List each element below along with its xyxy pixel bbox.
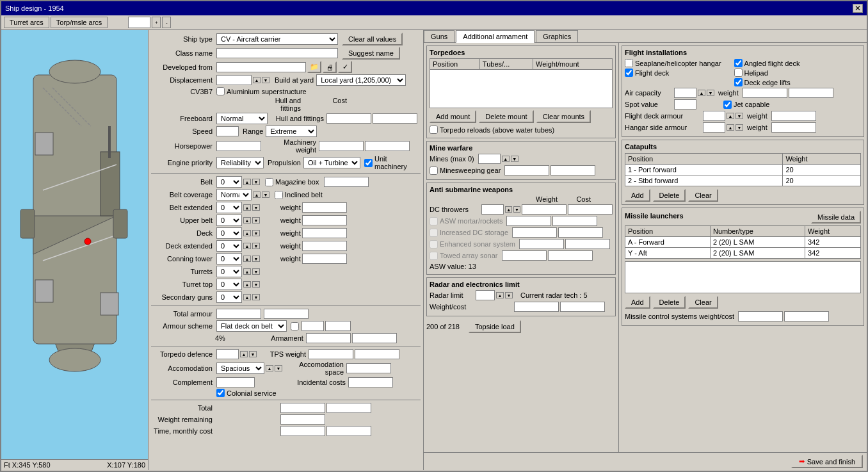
upper-belt-select[interactable]: 0 [216, 215, 242, 226]
torp-arcs-button[interactable]: Torp/msle arcs [51, 17, 108, 28]
aluminium-checkbox[interactable] [216, 87, 225, 95]
developed-from-input[interactable] [216, 62, 306, 72]
flight-deck-label[interactable]: Flight deck [625, 69, 669, 77]
jet-capable-label[interactable]: Jet capable [723, 101, 769, 109]
displacement-input[interactable]: 30000 [216, 75, 252, 85]
minesweeping-label[interactable]: Minesweeping gear [430, 167, 501, 175]
conning-select[interactable]: 0 [216, 253, 242, 264]
tab-guns[interactable]: Guns [424, 30, 454, 42]
delete-mount-button[interactable]: Delete mount [479, 110, 533, 123]
flight-deck-checkbox[interactable] [625, 69, 633, 77]
fda-input[interactable]: 0 [703, 111, 725, 121]
angled-label[interactable]: Angled flight deck [734, 59, 800, 67]
ship-type-select[interactable]: CV - Aircraft carrier [216, 33, 338, 45]
save-finish-button[interactable]: ➡ Save and finish [791, 455, 863, 468]
dc-up[interactable]: ▲ [505, 206, 512, 213]
missile-data-button[interactable]: Missile data [811, 211, 861, 224]
hsa-up[interactable]: ▲ [727, 124, 734, 131]
td-dn[interactable]: ▼ [249, 351, 257, 357]
ac-up[interactable]: ▲ [266, 365, 273, 371]
mis-clear-button[interactable]: Clear [688, 296, 718, 309]
topside-load-button[interactable]: Topside load [469, 320, 521, 333]
magazine-checkbox[interactable] [265, 178, 273, 186]
seaplane-checkbox[interactable] [625, 59, 633, 67]
turret-top-select[interactable]: 0 [216, 279, 242, 290]
torp-reloads-label[interactable]: Torpedo reloads (above water tubes) [430, 126, 554, 134]
angled-checkbox[interactable] [734, 59, 743, 67]
belt-select[interactable]: 0 [216, 176, 242, 188]
engine-select[interactable]: Reliability [216, 157, 264, 168]
turret-arcs-button[interactable]: Turret arcs [4, 17, 49, 28]
arc-plus-button[interactable]: + [152, 17, 161, 28]
mis-add-button[interactable]: Add [625, 296, 650, 309]
tu-dn[interactable]: ▼ [252, 268, 260, 275]
add-mount-button[interactable]: Add mount [430, 110, 476, 123]
propulsion-select[interactable]: Oil + Turbine [303, 157, 360, 168]
colonial-label[interactable]: Colonial service [216, 389, 277, 397]
build-yard-select[interactable]: Local yard (1,205,000) [316, 74, 406, 86]
belt-dn[interactable]: ▼ [252, 179, 260, 185]
be-dn[interactable]: ▼ [252, 204, 260, 211]
armour-scheme-select[interactable]: Flat deck on belt [216, 320, 287, 332]
suggest-name-button[interactable]: Suggest name [342, 47, 400, 60]
de-dn[interactable]: ▼ [252, 243, 260, 249]
bc-dn[interactable]: ▼ [262, 191, 269, 198]
be-up[interactable]: ▲ [243, 204, 251, 211]
ac2-up[interactable]: ▲ [698, 90, 705, 96]
clear-mounts-button[interactable]: Clear mounts [536, 110, 591, 123]
accom-select[interactable]: Spacious [216, 362, 264, 374]
aluminium-checkbox-label[interactable]: Aluminium superstructure [216, 87, 307, 95]
print-button[interactable]: 🖨 [323, 61, 337, 73]
helipad-label[interactable]: Helipad [734, 69, 768, 77]
bc-up[interactable]: ▲ [253, 191, 261, 198]
fda-up[interactable]: ▲ [727, 113, 734, 119]
deck-edge-checkbox[interactable] [734, 78, 743, 86]
hsa-input[interactable]: 0 [703, 122, 725, 133]
rl-up[interactable]: ▲ [496, 292, 504, 298]
speed-input[interactable]: 28 [216, 126, 239, 136]
td-up[interactable]: ▲ [240, 351, 248, 357]
belt-ext-select[interactable]: 0 [216, 202, 242, 213]
increased-dc-label[interactable]: Increased DC storage [430, 229, 508, 237]
torp-reloads-checkbox[interactable] [430, 126, 438, 134]
arc-minus-button[interactable]: - [162, 17, 171, 28]
ac-dn[interactable]: ▼ [275, 365, 282, 371]
ub-up[interactable]: ▲ [243, 217, 251, 224]
check-button[interactable]: ✓ [338, 61, 352, 73]
cat-clear-button[interactable]: Clear [688, 189, 718, 202]
belt-up[interactable]: ▲ [243, 179, 251, 185]
disp-up-btn[interactable]: ▲ [253, 77, 261, 83]
freeboard-select[interactable]: Normal [216, 113, 268, 124]
mines-dn[interactable]: ▼ [511, 156, 518, 162]
turrets-select[interactable]: 0 [216, 266, 242, 277]
air-cap-input[interactable]: 56 [674, 88, 696, 98]
fda-dn[interactable]: ▼ [735, 113, 743, 119]
folder-button[interactable]: 📁 [307, 61, 321, 73]
dc-input[interactable]: 0 [481, 204, 504, 215]
dk-dn[interactable]: ▼ [252, 230, 260, 236]
mines-input[interactable]: 0 [478, 154, 501, 164]
colonial-checkbox[interactable] [216, 389, 225, 397]
dc-dn[interactable]: ▼ [513, 206, 520, 213]
disp-dn-btn[interactable]: ▼ [262, 77, 269, 83]
ac2-dn[interactable]: ▼ [707, 90, 714, 96]
sg-dn[interactable]: ▼ [252, 294, 260, 300]
tt-dn[interactable]: ▼ [252, 281, 260, 288]
tu-up[interactable]: ▲ [243, 268, 251, 275]
tab-additional[interactable]: Additional armament [456, 30, 534, 43]
unit-machinery-checkbox[interactable] [364, 159, 373, 167]
tab-graphics[interactable]: Graphics [536, 30, 578, 42]
mis-delete-button[interactable]: Delete [653, 296, 686, 309]
magazine-label[interactable]: Magazine box [265, 178, 323, 186]
rl-dn[interactable]: ▼ [505, 292, 513, 298]
belt-coverage-select[interactable]: Normal [216, 189, 252, 200]
class-name-input[interactable]: 正平 [216, 48, 338, 58]
ct-up[interactable]: ▲ [243, 256, 251, 262]
clear-all-button[interactable]: Clear all values [342, 33, 403, 45]
ub-dn[interactable]: ▼ [252, 217, 260, 224]
jet-capable-checkbox[interactable] [723, 101, 732, 109]
range-select[interactable]: Extreme [266, 126, 317, 137]
hsa-dn[interactable]: ▼ [735, 124, 743, 131]
asw-mortar-label[interactable]: ASW mortar/rockets [430, 217, 502, 225]
de-up[interactable]: ▲ [243, 243, 251, 249]
